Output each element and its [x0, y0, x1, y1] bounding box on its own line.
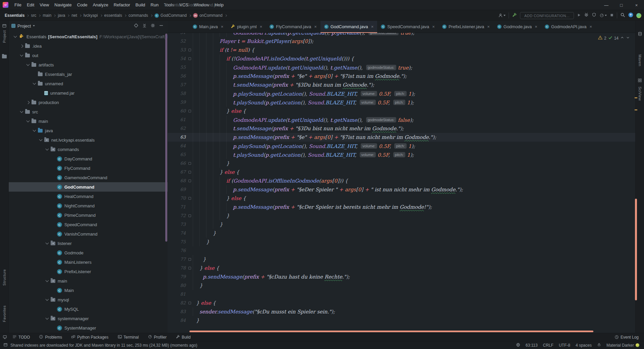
tree-item-idea[interactable]: .idea	[9, 41, 168, 51]
settings-gear-icon[interactable]	[151, 23, 155, 29]
chevron-expanded-icon[interactable]	[26, 119, 30, 122]
indent-setting[interactable]: 4 spaces	[576, 343, 592, 348]
tree-item-vanishcommand[interactable]: CVanishCommand	[9, 229, 168, 239]
menu-run[interactable]: Run	[148, 1, 161, 8]
line-ending[interactable]: CRLF	[543, 343, 553, 348]
tree-item-speedcommand[interactable]: CSpeedCommand	[9, 220, 168, 229]
warning-stripe-mark[interactable]	[635, 109, 637, 110]
breadcrumb-item-essentials[interactable]: Essentials	[5, 13, 24, 18]
tree-item-ptimecommand[interactable]: CPtimeCommand	[9, 210, 168, 220]
run-configuration-select[interactable]: ADD CONFIGURATION...	[520, 12, 574, 19]
tree-item-main[interactable]: CMain	[9, 286, 168, 295]
code-line-75[interactable]: 75}	[168, 238, 635, 246]
code-line-71[interactable]: 71p.sendMessage(prefix + "§cDer Spieler …	[168, 203, 635, 211]
close-tab-icon[interactable]: ×	[535, 24, 537, 29]
fold-marker-icon[interactable]	[188, 57, 191, 60]
code-line-57[interactable]: 57t.sendMessage(prefix + "§3Du bist nun …	[168, 81, 635, 89]
fold-marker-icon[interactable]	[188, 302, 191, 304]
fold-marker-icon[interactable]	[188, 162, 191, 165]
tree-item-out[interactable]: out	[9, 51, 168, 60]
file-encoding[interactable]: UTF-8	[559, 343, 570, 348]
tree-item-main[interactable]: main	[9, 276, 168, 286]
tool-tab-favorites[interactable]: Favorites	[2, 305, 6, 322]
fold-marker-icon[interactable]	[188, 258, 191, 261]
network-status-icon[interactable]	[516, 343, 520, 348]
breadcrumb-item-src[interactable]: src	[31, 13, 36, 18]
code-line-52[interactable]: 52Player t = Bukkit.getPlayer(args[0]);	[168, 37, 635, 46]
code-line-72[interactable]: 72}	[168, 211, 635, 220]
run-button[interactable]	[577, 12, 581, 18]
tree-item-flycommand[interactable]: CFlyCommand	[9, 163, 168, 173]
grid-tool-icon[interactable]	[638, 78, 642, 84]
code-line-67[interactable]: 67} else {	[168, 168, 635, 177]
code-line-54[interactable]: 54if (!GodmodeAPI.isInGodmode(t.getUniqu…	[168, 54, 635, 63]
code-line-78[interactable]: 78} else {	[168, 264, 635, 272]
user-account-icon[interactable]	[498, 13, 506, 18]
chevron-expanded-icon[interactable]	[20, 53, 23, 57]
tab-main-java[interactable]: CMain.java×	[189, 21, 227, 33]
tool-tab-sciview[interactable]: SciView	[638, 87, 642, 101]
readonly-lock-icon[interactable]	[597, 343, 601, 348]
tree-item-essentials[interactable]: Essentials[SernoxCraftEssenitals]F:\Work…	[9, 32, 168, 41]
code-line-65[interactable]: 65t.playSound(p.getLocation(), Sound.BLA…	[168, 150, 635, 159]
code-line-80[interactable]: 80}	[168, 281, 635, 290]
close-tab-icon[interactable]: ×	[487, 24, 490, 29]
fold-marker-icon[interactable]	[188, 214, 191, 217]
hide-panel-icon[interactable]	[159, 23, 164, 29]
breadcrumb-item-godcommand[interactable]: CGodCommand	[155, 13, 187, 18]
status-message[interactable]: Shared indexes are downloaded for JDK an…	[10, 343, 197, 348]
code-line-81[interactable]: 81	[168, 290, 635, 299]
tree-item-essentials-jar[interactable]: Essentials_jar	[9, 69, 168, 79]
tool-window-button-profiler[interactable]: Profiler	[148, 335, 167, 340]
tree-item-commands[interactable]: commands	[9, 145, 168, 154]
code-line-79[interactable]: 79p.sendMessage(prefix + "§cDazu hast du…	[168, 272, 635, 281]
project-tool-icon[interactable]	[2, 23, 7, 30]
search-everywhere-icon[interactable]	[620, 12, 625, 19]
tool-window-button-build[interactable]: Build	[176, 335, 191, 340]
tree-item-java[interactable]: java	[9, 126, 168, 135]
breadcrumb-item-lvckyapi[interactable]: lvckyapi	[83, 13, 98, 18]
tab-godmodeapi-java[interactable]: CGodmodeAPI.java×	[541, 21, 596, 33]
code-line-84[interactable]: 84}	[168, 316, 635, 325]
code-line-66[interactable]: 66}	[168, 159, 635, 168]
tree-item-prefixlistener[interactable]: CPrefixListener	[9, 267, 168, 276]
tree-item-main[interactable]: main	[9, 116, 168, 126]
code-line-68[interactable]: 68if (GodmodeAPI.isOfflineInGodmode(args…	[168, 177, 635, 185]
chevron-expanded-icon[interactable]	[39, 138, 43, 141]
code-editor[interactable]: 2 14 51GodmodeAPI.update(p.getUniqueId()…	[168, 33, 635, 331]
chevron-collapsed-icon[interactable]	[20, 44, 23, 48]
chevron-expanded-icon[interactable]	[33, 129, 36, 132]
tree-item-gamemodecommand[interactable]: CGamemodeCommand	[9, 173, 168, 182]
code-line-53[interactable]: 53if (t != null) {	[168, 46, 635, 54]
tree-item-systemmanager[interactable]: systemmanager	[9, 314, 168, 323]
menu-build[interactable]: Build	[133, 1, 148, 8]
error-stripe-scrollbar[interactable]	[635, 199, 637, 300]
debug-button[interactable]	[584, 12, 589, 18]
breadcrumb-item-java[interactable]: java	[58, 13, 65, 18]
tool-window-button-problems[interactable]: Problems	[39, 335, 62, 340]
code-line-62[interactable]: 62t.sendMessage(prefix + "§3Du bist nun …	[168, 124, 635, 133]
menu-analyze[interactable]: Analyze	[90, 1, 111, 8]
tool-window-button-python-packages[interactable]: Python Packages	[71, 335, 108, 340]
breadcrumb-item-main[interactable]: main	[43, 13, 51, 18]
chevron-expanded-icon[interactable]	[33, 82, 36, 85]
tree-item-unnamed[interactable]: unnamed	[9, 79, 168, 88]
menu-edit[interactable]: Edit	[24, 1, 37, 8]
warning-stripe-mark[interactable]	[635, 97, 637, 98]
folder-tool-icon[interactable]	[2, 54, 9, 60]
fold-marker-icon[interactable]	[188, 171, 191, 173]
menu-file[interactable]: File	[12, 1, 24, 8]
window-switcher-icon[interactable]	[3, 335, 7, 339]
tree-item-mysql[interactable]: CMySQL	[9, 304, 168, 314]
fold-marker-icon[interactable]	[188, 110, 191, 112]
code-line-60[interactable]: 60} else {	[168, 107, 635, 115]
editor-horizontal-scrollbar[interactable]	[189, 331, 593, 332]
close-tab-icon[interactable]: ×	[589, 24, 592, 29]
fold-marker-icon[interactable]	[188, 49, 191, 51]
build-hammer-icon[interactable]	[512, 12, 517, 19]
breadcrumb-item-essentials[interactable]: essentials	[104, 13, 122, 18]
project-panel-title[interactable]: Project	[17, 23, 31, 29]
locate-file-icon[interactable]	[134, 23, 138, 29]
chevron-expanded-icon[interactable]	[46, 298, 49, 301]
tree-item-daycommand[interactable]: CDayCommand	[9, 154, 168, 163]
